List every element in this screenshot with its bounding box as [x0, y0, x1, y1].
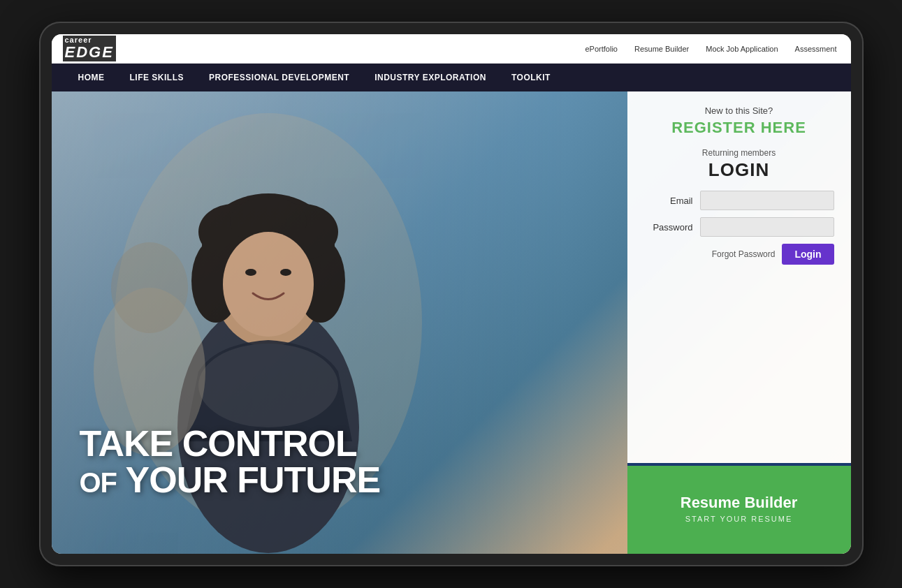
email-row: Email — [644, 191, 834, 210]
login-panel: New to this Site? REGISTER HERE Returnin… — [627, 91, 851, 463]
resume-builder-panel[interactable]: Resume Builder START YOUR RESUME — [627, 463, 851, 554]
returning-members-label: Returning members — [644, 148, 834, 158]
register-link[interactable]: REGISTER HERE — [644, 119, 834, 137]
resume-builder-subtitle: START YOUR RESUME — [685, 515, 793, 523]
hero-line1: TAKE CONTROL — [80, 425, 381, 462]
hero: TAKE CONTROL OF YOUR FUTURE New to this … — [52, 91, 851, 554]
email-input[interactable] — [700, 191, 834, 210]
top-nav-links: ePortfolio Resume Builder Mock Job Appli… — [585, 45, 836, 53]
hero-line2: OF YOUR FUTURE — [80, 462, 381, 498]
tablet-screen: career EDGE ePortfolio Resume Builder Mo… — [52, 34, 851, 554]
svg-point-11 — [245, 269, 256, 276]
hero-of: OF — [80, 467, 117, 498]
svg-point-10 — [223, 232, 314, 337]
nav-life-skills[interactable]: LIFE SKILLS — [117, 64, 197, 91]
top-nav-mock-job[interactable]: Mock Job Application — [706, 45, 778, 53]
logo-text: career EDGE — [63, 36, 116, 61]
tablet-frame: career EDGE ePortfolio Resume Builder Mo… — [39, 22, 864, 566]
password-label: Password — [644, 222, 693, 233]
hero-text: TAKE CONTROL OF YOUR FUTURE — [80, 425, 381, 498]
top-bar: career EDGE ePortfolio Resume Builder Mo… — [52, 34, 851, 64]
logo-edge: EDGE — [63, 45, 116, 61]
main-nav: HOME LIFE SKILLS PROFESSIONAL DEVELOPMEN… — [52, 64, 851, 91]
svg-point-15 — [111, 242, 188, 333]
password-input[interactable] — [700, 217, 834, 237]
top-nav-eportfolio[interactable]: ePortfolio — [585, 45, 617, 53]
forgot-password-link[interactable]: Forgot Password — [712, 249, 776, 259]
svg-point-12 — [280, 269, 291, 276]
nav-home[interactable]: HOME — [66, 64, 117, 91]
password-row: Password — [644, 217, 834, 237]
top-nav-resume-builder[interactable]: Resume Builder — [634, 45, 689, 53]
register-section: New to this Site? REGISTER HERE — [644, 105, 834, 137]
nav-professional-development[interactable]: PROFESSIONAL DEVELOPMENT — [196, 64, 362, 91]
forgot-row: Forgot Password Login — [644, 244, 834, 265]
nav-industry-exploration[interactable]: INDUSTRY EXPLORATION — [362, 64, 499, 91]
hero-your-future: YOUR FUTURE — [126, 460, 381, 500]
top-nav-assessment[interactable]: Assessment — [795, 45, 837, 53]
logo: career EDGE — [63, 36, 116, 61]
login-title: LOGIN — [644, 159, 834, 181]
login-button[interactable]: Login — [782, 244, 834, 265]
email-label: Email — [644, 196, 693, 206]
right-panel: New to this Site? REGISTER HERE Returnin… — [627, 91, 851, 554]
nav-toolkit[interactable]: TOOLKIT — [499, 64, 563, 91]
new-to-site-label: New to this Site? — [644, 105, 834, 116]
resume-builder-title: Resume Builder — [681, 494, 798, 512]
